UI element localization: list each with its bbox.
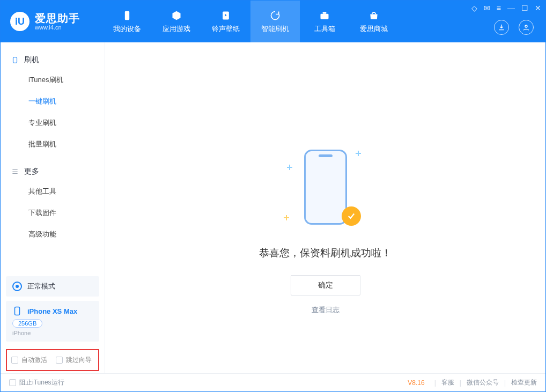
tab-toolbox[interactable]: 工具箱 — [300, 1, 349, 42]
minimize-button[interactable]: — — [507, 4, 515, 12]
svg-rect-0 — [125, 11, 129, 20]
checkbox-auto-activate[interactable]: 自动激活 — [11, 356, 47, 365]
check-badge-icon — [342, 206, 361, 226]
check-update-link[interactable]: 检查更新 — [511, 378, 537, 387]
mode-panel[interactable]: 正常模式 — [6, 276, 99, 297]
phone-small-icon — [12, 306, 22, 316]
sidebar-section-flash: 刷机 — [1, 51, 105, 69]
svg-rect-3 — [323, 12, 327, 13]
mode-label: 正常模式 — [27, 282, 55, 291]
tab-my-device[interactable]: 我的设备 — [102, 1, 152, 42]
download-icon[interactable] — [494, 20, 509, 35]
body: 刷机 iTunes刷机 一键刷机 专业刷机 批量刷机 更多 其他工具 下载固件 … — [1, 42, 545, 373]
user-icon[interactable] — [519, 20, 534, 35]
menu-icon[interactable]: ≡ — [497, 4, 501, 12]
list-icon — [11, 168, 19, 175]
checkbox-block-itunes[interactable]: 阻止iTunes运行 — [9, 378, 64, 387]
brand-subtitle: www.i4.cn — [35, 24, 80, 31]
device-panel[interactable]: iPhone XS Max 256GB iPhone — [6, 301, 99, 342]
tab-store[interactable]: 爱思商城 — [349, 1, 399, 42]
close-button[interactable]: ✕ — [535, 4, 541, 12]
phone-illustration — [304, 150, 347, 225]
highlighted-options-box: 自动激活 跳过向导 — [6, 349, 99, 371]
sparkle-icon — [288, 166, 291, 169]
tab-smart-flash[interactable]: 智能刷机 — [250, 1, 300, 42]
mode-indicator-icon — [12, 282, 22, 291]
sidebar-item-oneclick-flash[interactable]: 一键刷机 — [1, 91, 105, 112]
header-right-icons — [494, 20, 534, 35]
tab-ringtones-wallpapers[interactable]: 铃声壁纸 — [201, 1, 250, 42]
refresh-icon — [269, 10, 281, 21]
sidebar-item-itunes-flash[interactable]: iTunes刷机 — [1, 69, 105, 91]
sparkle-icon — [357, 152, 360, 155]
sidebar-section-more: 更多 — [1, 162, 105, 181]
sidebar-item-batch-flash[interactable]: 批量刷机 — [1, 134, 105, 155]
sidebar-item-other-tools[interactable]: 其他工具 — [1, 181, 105, 202]
window-controls: ◇ ✉ ≡ — ☐ ✕ — [471, 4, 541, 12]
header: iU 爱思助手 www.i4.cn 我的设备 应用游戏 铃声壁纸 智能刷机 — [1, 1, 545, 42]
version-label: V8.16 — [408, 379, 424, 387]
svg-point-4 — [525, 25, 527, 27]
toolbox-icon — [319, 10, 330, 21]
success-message: 恭喜您，保资料刷机成功啦！ — [259, 246, 392, 260]
support-link[interactable]: 客服 — [441, 378, 454, 387]
sidebar-item-pro-flash[interactable]: 专业刷机 — [1, 112, 105, 134]
footer: 阻止iTunes运行 V8.16 | 客服 | 微信公众号 | 检查更新 — [1, 373, 545, 391]
checkbox-icon — [56, 357, 63, 364]
device-type: iPhone — [12, 330, 93, 336]
confirm-button[interactable]: 确定 — [291, 275, 360, 295]
maximize-button[interactable]: ☐ — [521, 4, 528, 12]
feedback-icon[interactable]: ✉ — [484, 4, 490, 12]
svg-rect-5 — [13, 57, 17, 63]
phone-icon — [121, 10, 133, 21]
device-icon — [11, 56, 19, 64]
sidebar-item-advanced[interactable]: 高级功能 — [1, 224, 105, 245]
checkbox-icon — [11, 357, 18, 364]
svg-rect-6 — [15, 307, 20, 315]
checkbox-skip-wizard[interactable]: 跳过向导 — [56, 356, 92, 365]
view-log-link[interactable]: 查看日志 — [312, 305, 340, 315]
device-name: iPhone XS Max — [27, 307, 77, 315]
tab-apps-games[interactable]: 应用游戏 — [152, 1, 201, 42]
sparkle-icon — [285, 216, 288, 219]
checkbox-icon — [9, 379, 16, 386]
wechat-link[interactable]: 微信公众号 — [467, 378, 499, 387]
main-content: 恭喜您，保资料刷机成功啦！ 确定 查看日志 — [105, 42, 545, 373]
cube-icon — [171, 10, 182, 21]
logo-icon: iU — [10, 12, 29, 31]
main-tabs: 我的设备 应用游戏 铃声壁纸 智能刷机 工具箱 爱思商城 — [102, 1, 399, 42]
store-icon — [368, 10, 380, 21]
app-window: iU 爱思助手 www.i4.cn 我的设备 应用游戏 铃声壁纸 智能刷机 — [0, 0, 546, 392]
svg-rect-2 — [321, 13, 329, 19]
storage-pill: 256GB — [12, 319, 42, 328]
skin-icon[interactable]: ◇ — [471, 4, 477, 12]
brand: iU 爱思助手 www.i4.cn — [1, 1, 102, 42]
brand-title: 爱思助手 — [35, 12, 80, 24]
sidebar-item-download-firmware[interactable]: 下载固件 — [1, 202, 105, 224]
note-icon — [220, 10, 232, 21]
success-illustration — [293, 150, 358, 230]
sidebar: 刷机 iTunes刷机 一键刷机 专业刷机 批量刷机 更多 其他工具 下载固件 … — [1, 42, 105, 373]
